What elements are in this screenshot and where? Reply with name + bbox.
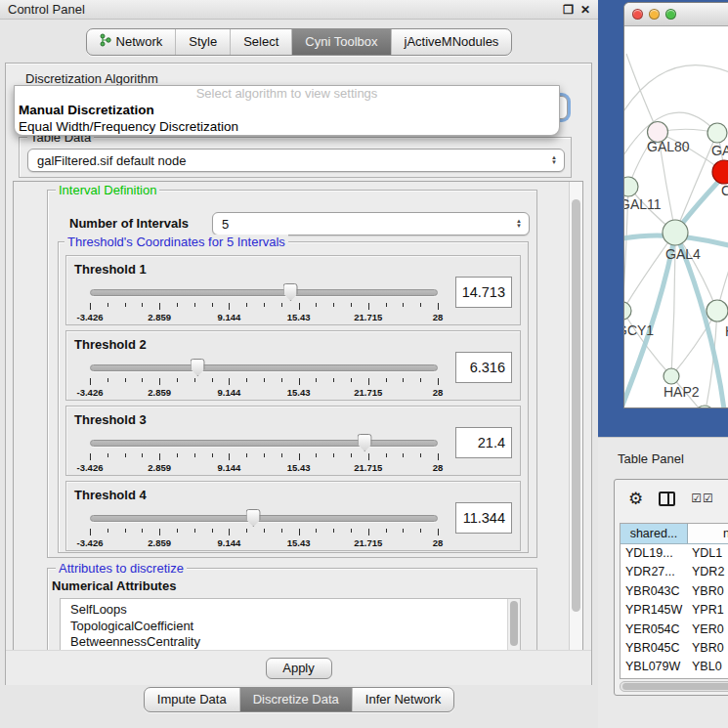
table-horizontal-scrollbar[interactable] bbox=[620, 681, 728, 692]
thresholds-group-label: Threshold's Coordinates for 5 Intervals bbox=[64, 235, 288, 249]
bottom-tab-group: Impute DataDiscretize DataInfer Network bbox=[144, 687, 454, 712]
screen: { "control_panel": { "title": "Control P… bbox=[0, 0, 728, 728]
network-node-hap2[interactable] bbox=[664, 368, 679, 384]
threshold-label: Threshold 3 bbox=[74, 412, 147, 427]
network-edge[interactable] bbox=[624, 65, 728, 119]
tab-cyni-toolbox[interactable]: Cyni Toolbox bbox=[291, 29, 390, 55]
table-row[interactable]: YER054CYER0 bbox=[621, 621, 728, 639]
slider-handle[interactable] bbox=[191, 359, 205, 376]
table-row[interactable]: YLR345WYLR3 bbox=[621, 677, 728, 679]
top-tab-group: NetworkStyleSelectCyni ToolboxjActiveMNo… bbox=[86, 28, 513, 56]
network-node-c[interactable] bbox=[712, 160, 728, 184]
gear-icon[interactable]: ⚙ bbox=[628, 491, 643, 507]
threshold-slider-3[interactable]: -3.4262.8599.14415.4321.71528 bbox=[90, 434, 438, 475]
network-node-label: GCY1 bbox=[624, 322, 654, 338]
threshold-slider-2[interactable]: -3.4262.8599.14415.4321.71528 bbox=[90, 359, 438, 400]
slider-tick bbox=[299, 303, 300, 310]
apply-button[interactable]: Apply bbox=[266, 658, 332, 679]
slider-handle[interactable] bbox=[246, 509, 261, 527]
control-panel: Control Panel ❐ ✕ NetworkStyleSelectCyni… bbox=[0, 0, 598, 728]
slider-tick bbox=[229, 453, 230, 460]
tab-label: Infer Network bbox=[365, 692, 441, 707]
network-node-label: GAL80 bbox=[647, 139, 690, 154]
tab-discretize-data[interactable]: Discretize Data bbox=[239, 688, 352, 711]
combo-stepper-icon: ▲▼ bbox=[551, 150, 557, 171]
float-window-icon[interactable]: ❐ bbox=[563, 4, 574, 16]
threshold-value-field[interactable]: 21.4 bbox=[455, 427, 512, 458]
slider-tick bbox=[194, 378, 195, 382]
network-view-window[interactable]: GAL80GACGAL11GAL4GCY1HHAP2 bbox=[623, 2, 728, 408]
network-node-ga[interactable] bbox=[707, 123, 727, 143]
network-node-gal11[interactable] bbox=[624, 177, 638, 196]
threshold-slider-4[interactable]: -3.4262.8599.14415.4321.71528 bbox=[90, 509, 438, 550]
algorithm-option-manual-discretization[interactable]: Manual Discretization bbox=[15, 102, 559, 118]
slider-tick bbox=[107, 378, 108, 382]
cytoscape-desktop: GAL80GACGAL11GAL4GCY1HHAP2 bbox=[598, 0, 728, 437]
attribute-item[interactable]: SelfLoops bbox=[61, 599, 520, 619]
network-node-gcy1[interactable] bbox=[624, 302, 631, 320]
numerical-attributes-list[interactable]: SelfLoopsTopologicalCoefficientBetweenne… bbox=[60, 598, 521, 652]
algorithm-option-equal-width-frequency-discretization[interactable]: Equal Width/Frequency Discretization bbox=[15, 118, 559, 135]
slider-tick-label: -3.426 bbox=[77, 387, 104, 398]
slider-tick-label: 21.715 bbox=[354, 312, 382, 322]
slider-handle[interactable] bbox=[358, 434, 372, 451]
slider-handle[interactable] bbox=[283, 283, 298, 301]
table-row[interactable]: YDL19...YDL1 bbox=[621, 544, 728, 563]
column-header-shared-name[interactable]: shared... bbox=[621, 524, 688, 543]
slider-tick bbox=[125, 303, 126, 307]
viewport-scrollbar[interactable] bbox=[569, 182, 582, 651]
slider-tick bbox=[316, 303, 317, 307]
threshold-value-field[interactable]: 14.713 bbox=[455, 277, 512, 308]
column-header-name[interactable]: n bbox=[688, 524, 728, 543]
slider-tick bbox=[386, 378, 387, 382]
threshold-value-field[interactable]: 11.344 bbox=[455, 502, 512, 534]
network-node-gal4[interactable] bbox=[663, 220, 688, 245]
network-edge[interactable] bbox=[626, 54, 658, 132]
table-row[interactable]: YBR043CYBR0 bbox=[621, 582, 728, 601]
slider-track bbox=[90, 289, 438, 296]
control-panel-title: Control Panel bbox=[8, 2, 85, 17]
table-data-combobox[interactable]: galFiltered.sif default node ▲▼ bbox=[27, 149, 565, 172]
attribute-item[interactable]: TopologicalCoefficient bbox=[61, 619, 520, 635]
slider-tick bbox=[386, 529, 387, 533]
close-icon[interactable]: ✕ bbox=[580, 4, 590, 16]
tab-network[interactable]: Network bbox=[87, 29, 176, 55]
table-row[interactable]: YDR27...YDR2 bbox=[621, 563, 728, 581]
slider-tick-label: 28 bbox=[433, 537, 444, 548]
slider-tick-label: 21.715 bbox=[354, 537, 382, 548]
slider-tick-label: 21.715 bbox=[354, 462, 382, 473]
tab-jactivemnodules[interactable]: jActiveMNodules bbox=[391, 29, 512, 55]
threshold-slider-1[interactable]: -3.4262.8599.14415.4321.71528 bbox=[90, 283, 438, 324]
node-table-header[interactable]: shared... n bbox=[621, 524, 728, 544]
network-window-titlebar[interactable] bbox=[624, 3, 728, 26]
tab-infer-network[interactable]: Infer Network bbox=[352, 688, 453, 711]
slider-tick bbox=[194, 303, 195, 307]
top-tab-strip: NetworkStyleSelectCyni ToolboxjActiveMNo… bbox=[0, 28, 598, 56]
slider-tick bbox=[194, 453, 195, 457]
slider-tick bbox=[212, 378, 213, 382]
minimize-traffic-light-icon[interactable] bbox=[649, 9, 660, 20]
cell-name: YPR1 bbox=[688, 601, 728, 620]
numerical-attributes-label: Numerical Attributes bbox=[52, 578, 176, 593]
select-columns-checkboxes-icon[interactable]: ☑☑ bbox=[691, 492, 714, 505]
slider-tick bbox=[438, 453, 439, 460]
close-traffic-light-icon[interactable] bbox=[632, 9, 643, 20]
tab-select[interactable]: Select bbox=[230, 29, 291, 55]
attribute-item[interactable]: BetweennessCentrality bbox=[61, 634, 520, 651]
columns-icon[interactable] bbox=[659, 492, 675, 506]
number-of-intervals-combobox[interactable]: 5 ▲▼ bbox=[212, 212, 530, 236]
slider-tick bbox=[351, 378, 352, 382]
zoom-traffic-light-icon[interactable] bbox=[665, 9, 676, 20]
attributes-list-scrollbar[interactable] bbox=[507, 599, 520, 652]
network-edge[interactable] bbox=[624, 112, 717, 163]
cell-shared-name: YDL19... bbox=[621, 544, 688, 563]
table-row[interactable]: YBR045CYBR0 bbox=[621, 639, 728, 658]
tab-style[interactable]: Style bbox=[175, 29, 230, 55]
slider-tick bbox=[386, 453, 387, 457]
table-row[interactable]: YPR145WYPR1 bbox=[621, 601, 728, 620]
tab-impute-data[interactable]: Impute Data bbox=[145, 688, 239, 711]
network-node-h[interactable] bbox=[707, 300, 728, 321]
threshold-value-field[interactable]: 6.316 bbox=[455, 352, 512, 383]
table-row[interactable]: YBL079WYBL0 bbox=[621, 658, 728, 676]
network-canvas[interactable]: GAL80GACGAL11GAL4GCY1HHAP2 bbox=[624, 26, 728, 407]
